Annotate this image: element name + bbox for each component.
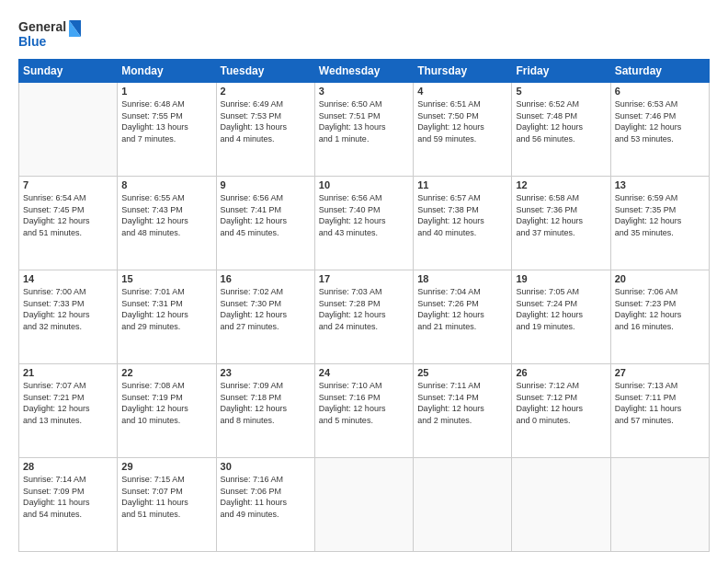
day-number: 14: [23, 273, 113, 284]
day-number: 18: [417, 273, 507, 284]
calendar-cell: [414, 458, 512, 552]
day-info: Sunrise: 7:15 AM Sunset: 7:07 PM Dayligh…: [121, 474, 211, 520]
svg-text:General: General: [18, 19, 66, 34]
day-number: 17: [319, 273, 409, 284]
calendar-cell: 27Sunrise: 7:13 AM Sunset: 7:11 PM Dayli…: [610, 364, 709, 458]
day-number: 16: [221, 273, 311, 284]
day-info: Sunrise: 6:48 AM Sunset: 7:55 PM Dayligh…: [121, 98, 211, 144]
calendar-cell: 21Sunrise: 7:07 AM Sunset: 7:21 PM Dayli…: [19, 364, 118, 458]
calendar-table: SundayMondayTuesdayWednesdayThursdayFrid…: [18, 59, 710, 552]
calendar-cell: 5Sunrise: 6:52 AM Sunset: 7:48 PM Daylig…: [512, 83, 610, 177]
calendar-cell: 20Sunrise: 7:06 AM Sunset: 7:23 PM Dayli…: [610, 270, 709, 364]
calendar-cell: 16Sunrise: 7:02 AM Sunset: 7:30 PM Dayli…: [216, 270, 314, 364]
day-info: Sunrise: 7:06 AM Sunset: 7:23 PM Dayligh…: [615, 286, 705, 332]
weekday-header-thursday: Thursday: [414, 60, 512, 83]
day-info: Sunrise: 6:57 AM Sunset: 7:38 PM Dayligh…: [417, 192, 507, 238]
page: GeneralBlue SundayMondayTuesdayWednesday…: [0, 0, 728, 563]
day-info: Sunrise: 7:02 AM Sunset: 7:30 PM Dayligh…: [221, 286, 311, 332]
calendar-cell: 22Sunrise: 7:08 AM Sunset: 7:19 PM Dayli…: [118, 364, 216, 458]
calendar-cell: 17Sunrise: 7:03 AM Sunset: 7:28 PM Dayli…: [314, 270, 413, 364]
day-number: 12: [516, 179, 606, 190]
day-number: 28: [23, 461, 113, 472]
calendar-cell: 18Sunrise: 7:04 AM Sunset: 7:26 PM Dayli…: [414, 270, 512, 364]
day-number: 19: [516, 273, 606, 284]
day-number: 9: [221, 179, 311, 190]
calendar-cell: 29Sunrise: 7:15 AM Sunset: 7:07 PM Dayli…: [118, 458, 216, 552]
header: GeneralBlue: [18, 17, 710, 50]
day-number: 23: [221, 367, 311, 378]
weekday-header-tuesday: Tuesday: [216, 60, 314, 83]
calendar-cell: 23Sunrise: 7:09 AM Sunset: 7:18 PM Dayli…: [216, 364, 314, 458]
day-info: Sunrise: 7:07 AM Sunset: 7:21 PM Dayligh…: [23, 380, 113, 426]
calendar-cell: 15Sunrise: 7:01 AM Sunset: 7:31 PM Dayli…: [118, 270, 216, 364]
calendar-cell: 1Sunrise: 6:48 AM Sunset: 7:55 PM Daylig…: [118, 83, 216, 177]
calendar-cell: 30Sunrise: 7:16 AM Sunset: 7:06 PM Dayli…: [216, 458, 314, 552]
weekday-header-monday: Monday: [118, 60, 216, 83]
weekday-header-row: SundayMondayTuesdayWednesdayThursdayFrid…: [19, 60, 710, 83]
weekday-header-wednesday: Wednesday: [314, 60, 413, 83]
day-info: Sunrise: 6:54 AM Sunset: 7:45 PM Dayligh…: [23, 192, 113, 238]
day-number: 1: [121, 86, 211, 97]
day-info: Sunrise: 7:04 AM Sunset: 7:26 PM Dayligh…: [417, 286, 507, 332]
calendar-cell: 6Sunrise: 6:53 AM Sunset: 7:46 PM Daylig…: [610, 83, 709, 177]
day-info: Sunrise: 6:50 AM Sunset: 7:51 PM Dayligh…: [319, 98, 409, 144]
calendar-week-5: 28Sunrise: 7:14 AM Sunset: 7:09 PM Dayli…: [19, 458, 710, 552]
calendar-cell: 9Sunrise: 6:56 AM Sunset: 7:41 PM Daylig…: [216, 177, 314, 270]
logo-svg: GeneralBlue: [18, 17, 83, 50]
calendar-cell: 13Sunrise: 6:59 AM Sunset: 7:35 PM Dayli…: [610, 177, 709, 270]
calendar-cell: 8Sunrise: 6:55 AM Sunset: 7:43 PM Daylig…: [118, 177, 216, 270]
day-info: Sunrise: 6:56 AM Sunset: 7:40 PM Dayligh…: [319, 192, 409, 238]
day-number: 8: [121, 179, 211, 190]
calendar-cell: 7Sunrise: 6:54 AM Sunset: 7:45 PM Daylig…: [19, 177, 118, 270]
weekday-header-friday: Friday: [512, 60, 610, 83]
calendar-cell: 10Sunrise: 6:56 AM Sunset: 7:40 PM Dayli…: [314, 177, 413, 270]
day-number: 13: [615, 179, 705, 190]
day-info: Sunrise: 6:53 AM Sunset: 7:46 PM Dayligh…: [615, 98, 705, 144]
calendar-week-1: 1Sunrise: 6:48 AM Sunset: 7:55 PM Daylig…: [19, 83, 710, 177]
day-info: Sunrise: 6:56 AM Sunset: 7:41 PM Dayligh…: [221, 192, 311, 238]
calendar-cell: 24Sunrise: 7:10 AM Sunset: 7:16 PM Dayli…: [314, 364, 413, 458]
day-number: 25: [417, 367, 507, 378]
calendar-cell: 2Sunrise: 6:49 AM Sunset: 7:53 PM Daylig…: [216, 83, 314, 177]
calendar-cell: [610, 458, 709, 552]
day-info: Sunrise: 7:01 AM Sunset: 7:31 PM Dayligh…: [121, 286, 211, 332]
day-number: 10: [319, 179, 409, 190]
day-info: Sunrise: 6:59 AM Sunset: 7:35 PM Dayligh…: [615, 192, 705, 238]
calendar-week-2: 7Sunrise: 6:54 AM Sunset: 7:45 PM Daylig…: [19, 177, 710, 270]
day-info: Sunrise: 7:00 AM Sunset: 7:33 PM Dayligh…: [23, 286, 113, 332]
day-number: 5: [516, 86, 606, 97]
day-number: 6: [615, 86, 705, 97]
day-info: Sunrise: 6:55 AM Sunset: 7:43 PM Dayligh…: [121, 192, 211, 238]
calendar-cell: 28Sunrise: 7:14 AM Sunset: 7:09 PM Dayli…: [19, 458, 118, 552]
weekday-header-saturday: Saturday: [610, 60, 709, 83]
day-number: 27: [615, 367, 705, 378]
calendar-week-4: 21Sunrise: 7:07 AM Sunset: 7:21 PM Dayli…: [19, 364, 710, 458]
day-number: 20: [615, 273, 705, 284]
day-info: Sunrise: 7:13 AM Sunset: 7:11 PM Dayligh…: [615, 380, 705, 426]
calendar-cell: 14Sunrise: 7:00 AM Sunset: 7:33 PM Dayli…: [19, 270, 118, 364]
calendar-cell: [19, 83, 118, 177]
day-number: 11: [417, 179, 507, 190]
day-info: Sunrise: 7:08 AM Sunset: 7:19 PM Dayligh…: [121, 380, 211, 426]
calendar-cell: 19Sunrise: 7:05 AM Sunset: 7:24 PM Dayli…: [512, 270, 610, 364]
day-info: Sunrise: 7:05 AM Sunset: 7:24 PM Dayligh…: [516, 286, 606, 332]
day-number: 7: [23, 179, 113, 190]
day-info: Sunrise: 6:58 AM Sunset: 7:36 PM Dayligh…: [516, 192, 606, 238]
day-number: 3: [319, 86, 409, 97]
calendar-cell: 26Sunrise: 7:12 AM Sunset: 7:12 PM Dayli…: [512, 364, 610, 458]
day-info: Sunrise: 6:49 AM Sunset: 7:53 PM Dayligh…: [221, 98, 311, 144]
day-number: 21: [23, 367, 113, 378]
calendar-cell: 3Sunrise: 6:50 AM Sunset: 7:51 PM Daylig…: [314, 83, 413, 177]
weekday-header-sunday: Sunday: [19, 60, 118, 83]
calendar-cell: 12Sunrise: 6:58 AM Sunset: 7:36 PM Dayli…: [512, 177, 610, 270]
calendar-cell: 11Sunrise: 6:57 AM Sunset: 7:38 PM Dayli…: [414, 177, 512, 270]
calendar-cell: 4Sunrise: 6:51 AM Sunset: 7:50 PM Daylig…: [414, 83, 512, 177]
day-info: Sunrise: 7:12 AM Sunset: 7:12 PM Dayligh…: [516, 380, 606, 426]
day-number: 22: [121, 367, 211, 378]
svg-text:Blue: Blue: [18, 34, 47, 49]
day-info: Sunrise: 7:14 AM Sunset: 7:09 PM Dayligh…: [23, 474, 113, 520]
day-info: Sunrise: 7:09 AM Sunset: 7:18 PM Dayligh…: [221, 380, 311, 426]
day-number: 24: [319, 367, 409, 378]
day-info: Sunrise: 7:10 AM Sunset: 7:16 PM Dayligh…: [319, 380, 409, 426]
day-number: 29: [121, 461, 211, 472]
